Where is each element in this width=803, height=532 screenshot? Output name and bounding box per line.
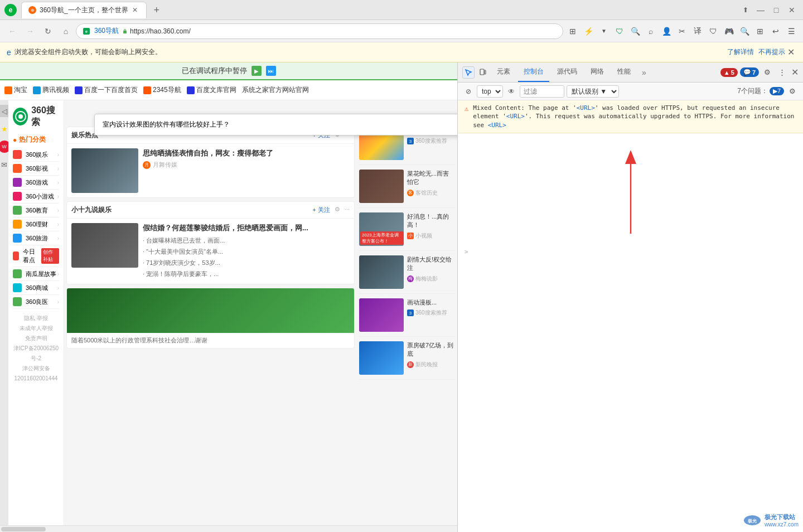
right-title-5[interactable]: 画动漫板... [407, 298, 447, 307]
hot-cat-title: ● 热门分类 [13, 135, 59, 144]
cat-item-ngwgs[interactable]: 南瓜屋故事 › [13, 267, 59, 281]
devtools-more-tabs[interactable]: » [638, 68, 650, 77]
nav-item-baidu[interactable]: 百度一下百度首页 [75, 85, 138, 95]
nav-item-taobao[interactable]: 淘宝 [4, 85, 27, 95]
filter-input[interactable] [520, 85, 564, 98]
address-box[interactable]: e 360导航 https://hao.360.com/ [76, 23, 563, 39]
cat-label-360ys: 360影视 [26, 165, 48, 173]
person-icon[interactable]: 👤 [659, 24, 674, 38]
active-tab[interactable]: ⊕ 360导航_一个主页，整个世界 ✕ [21, 2, 147, 18]
source-avatar-1: 月 [143, 161, 151, 169]
play-button[interactable]: ▶ [251, 66, 262, 76]
horizontal-scrollbar[interactable] [0, 525, 457, 532]
context-select[interactable]: top [477, 85, 503, 98]
cat-item-360jy[interactable]: 360教育 › [13, 204, 59, 217]
news-sub-4[interactable]: · 宠溺！陈萌孕后要豪车，... [143, 269, 350, 280]
cat-item-360sc[interactable]: 360商城 › [13, 281, 59, 295]
dropdown-icon[interactable]: ▼ [597, 24, 611, 38]
shield-icon[interactable]: 🛡 [612, 24, 627, 38]
more-icon-2[interactable]: ··· [345, 206, 350, 214]
menu-icon[interactable]: ☰ [784, 24, 799, 38]
devtools-tab-elements[interactable]: 元素 [491, 62, 516, 82]
magnify-icon[interactable]: 🔍 [737, 24, 752, 38]
security-close-button[interactable]: ✕ [785, 47, 796, 58]
nav-item-qqvideo[interactable]: 腾讯视频 [33, 85, 69, 95]
learn-more-link[interactable]: 了解详情 [727, 47, 754, 57]
device-mode-button[interactable] [477, 66, 489, 79]
right-news-item-2[interactable]: 菜花蛇无...而害怕它 客 客馆历史 [359, 170, 455, 208]
news-title-1[interactable]: 思纯晒搞怪表情自拍，网友：瘦得都老了 [143, 148, 350, 158]
eye-toggle-button[interactable]: 👁 [505, 85, 517, 98]
cat-item-jrkd[interactable]: 今日看点 创作补贴 [13, 245, 59, 267]
devtools-tab-console[interactable]: 控制台 [518, 62, 549, 82]
right-news-item-3[interactable]: 2023上海养老金调整方案公布！ 好消息！...真的高！ 小 小视频 [359, 212, 455, 251]
news-sub-3[interactable]: · 71岁刘晓庆演少女，53岁... [143, 258, 350, 269]
message-badge[interactable]: 💬 7 [740, 67, 759, 77]
svg-rect-6 [485, 70, 486, 74]
apps-icon[interactable]: ⊞ [565, 24, 580, 38]
nav-item-2345[interactable]: 2345导航 [143, 85, 181, 95]
news-title-2[interactable]: 假结婚？何超莲黎骏结婚后，拒绝晒恩爱画面，网... [143, 223, 350, 233]
right-title-3[interactable]: 好消息！...真的高！ [407, 212, 455, 230]
devtools-tab-network[interactable]: 网络 [585, 62, 609, 82]
nav-item-xitong[interactable]: 系统之家官方网站官网 [242, 85, 309, 95]
cat-item-360lc[interactable]: 360理财 › [13, 217, 59, 231]
search-tool-icon[interactable]: 🔍 [628, 24, 642, 38]
forward-button[interactable]: → [22, 23, 38, 39]
url-ref-3[interactable]: <URL> [488, 122, 506, 129]
share-icon[interactable]: ⬆ [743, 6, 748, 14]
devtools-tab-sources[interactable]: 源代码 [552, 62, 583, 82]
news-sub-1[interactable]: · 台媒曝林靖恩已去世，画面... [143, 235, 350, 246]
error-badge[interactable]: ▲ 5 [720, 68, 738, 77]
devtools-more-button[interactable]: ⋮ [776, 66, 788, 79]
maximize-button[interactable]: □ [770, 3, 783, 17]
url-ref-1[interactable]: <URL> [577, 104, 595, 112]
scroll-thumb[interactable] [1, 527, 46, 531]
cat-item-360ly[interactable]: 360良医 › [13, 295, 59, 309]
right-news-item-6[interactable]: 票房破7亿场，到底 新 新民晚报 [359, 341, 455, 380]
devtools-settings-button[interactable]: ⚙ [761, 66, 773, 79]
right-title-4[interactable]: 剧情大反!权交给注 [407, 255, 455, 273]
windows-icon[interactable]: ⊞ [753, 24, 767, 38]
dismiss-link[interactable]: 不再提示 [758, 47, 785, 57]
window-controls: ⬆ — □ ✕ [743, 3, 799, 17]
scissors-icon[interactable]: ✂ [675, 24, 689, 38]
new-tab-button[interactable]: + [149, 3, 165, 18]
cat-item-360yxi[interactable]: 360游戏 › [13, 176, 59, 190]
back-arrow-icon[interactable]: ↩ [768, 24, 783, 38]
right-news-item-5[interactable]: 画动漫板... 3 360搜索推荐 [359, 298, 455, 337]
back-button[interactable]: ← [4, 23, 20, 39]
devtools-close-button[interactable]: ✕ [791, 67, 799, 78]
close-button[interactable]: ✕ [785, 3, 799, 17]
cat-item-360yl[interactable]: 360娱乐 › [13, 148, 59, 162]
cat-item-360ys[interactable]: 360影视 › [13, 162, 59, 176]
devtools-tab-performance[interactable]: 性能 [612, 62, 636, 82]
issues-badge[interactable]: 7个问题： ▶7 [737, 86, 784, 96]
issues-settings-button[interactable]: ⚙ [786, 85, 799, 98]
cat-item-360lv[interactable]: 360旅游 › [13, 231, 59, 245]
search-icon[interactable]: ⌕ [644, 24, 658, 38]
url-ref-2[interactable]: <URL> [506, 113, 525, 120]
cat-item-360xy[interactable]: 360小游戏 › [13, 190, 59, 204]
level-select[interactable]: 默认级别 ▼ [567, 85, 619, 98]
gamepad-icon[interactable]: 🎮 [722, 24, 736, 38]
watermark-logo: 极光 [743, 515, 761, 526]
clear-console-button[interactable]: ⊘ [462, 85, 475, 98]
right-title-6[interactable]: 票房破7亿场，到底 [407, 341, 455, 359]
translate-icon[interactable]: 译 [690, 24, 705, 38]
shield2-icon[interactable]: 🛡 [706, 24, 720, 38]
follow-btn-2[interactable]: + 关注 [312, 206, 330, 214]
lightning-icon[interactable]: ⚡ [581, 24, 596, 38]
right-news-item-4[interactable]: 剧情大反!权交给注 梅 梅梅说影 [359, 255, 455, 294]
cat-label-360ly: 360良医 [26, 298, 48, 306]
tab-close-button[interactable]: ✕ [130, 6, 139, 14]
minimize-button[interactable]: — [754, 3, 767, 17]
nav-item-wenku[interactable]: 百度文库官网 [187, 85, 236, 95]
step-button[interactable]: ⏭ [266, 66, 276, 76]
settings-icon-2[interactable]: ⚙ [335, 206, 340, 214]
right-title-2[interactable]: 菜花蛇无...而害怕它 [407, 170, 455, 187]
inspect-cursor-button[interactable] [462, 66, 475, 79]
home-button[interactable]: ⌂ [58, 23, 74, 39]
refresh-button[interactable]: ↻ [40, 23, 56, 39]
news-sub-2[interactable]: · "十大最美中国女演员"名单... [143, 246, 350, 258]
